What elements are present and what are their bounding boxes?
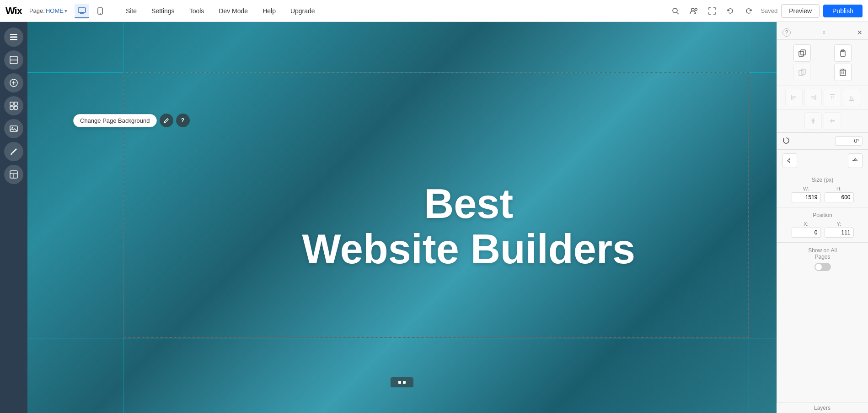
flip-h-button[interactable] [782,153,797,168]
media-button[interactable] [4,119,23,138]
add-element-button[interactable] [4,73,23,92]
blog-button[interactable] [4,142,23,161]
rotation-icon [782,137,790,146]
x-field: X: [792,221,821,238]
svg-rect-20 [10,106,13,109]
align-icons-row2 [777,109,868,133]
x-label: X: [804,221,808,227]
svg-rect-48 [813,98,815,99]
change-bg-button[interactable]: Change Page Background [73,114,157,127]
nav-items: Site Settings Tools Dev Mode Help Upgrad… [118,0,670,22]
mobile-device-icon[interactable] [93,4,107,18]
nav-help[interactable]: Help [255,0,283,22]
left-sidebar [0,22,27,413]
width-input[interactable] [792,192,821,202]
y-field: Y: [825,221,854,238]
align-left-button[interactable] [785,89,803,106]
svg-rect-10 [10,34,17,35]
position-section: Position X: Y: [777,207,868,243]
y-input[interactable] [825,228,854,238]
align-right-button[interactable] [804,89,822,106]
panel-header: ? ⠿ ✕ [777,26,868,40]
app-market-button[interactable] [4,165,23,184]
svg-rect-39 [840,70,846,76]
chevron-down-icon[interactable]: ▾ [64,8,67,14]
panel-drag-handle[interactable]: ⠿ [822,30,826,35]
nav-upgrade[interactable]: Upgrade [283,0,322,22]
layers-label: Layers [814,405,830,411]
people-icon[interactable] [687,5,700,17]
nav-settings[interactable]: Settings [144,0,182,22]
svg-rect-0 [78,8,86,12]
width-label: W: [803,186,809,191]
preview-button[interactable]: Preview [781,4,820,18]
publish-button[interactable]: Publish [823,5,863,17]
delete-button[interactable] [834,64,852,81]
align-center-v-button[interactable] [824,112,841,130]
saved-label: Saved [761,7,777,14]
svg-point-5 [100,13,101,14]
align-bottom-button[interactable] [843,89,860,106]
nav-tools[interactable]: Tools [182,0,212,22]
x-input[interactable] [792,228,821,238]
svg-rect-45 [792,98,794,99]
paste-button[interactable] [834,44,852,62]
svg-rect-31 [398,381,401,384]
svg-rect-12 [10,39,17,40]
canvas-headline[interactable]: Best Website Builders [302,181,635,272]
duplicate-button[interactable] [793,64,811,81]
desktop-device-icon[interactable] [75,4,89,18]
headline-line1: Best [302,181,635,227]
device-switcher [75,4,107,18]
search-icon[interactable] [669,5,682,17]
pages-button[interactable] [4,27,23,47]
page-name[interactable]: HOME [46,7,64,14]
main-area: Change Page Background ? Best Website Bu… [0,22,868,413]
height-input[interactable] [825,192,854,202]
flip-row [777,150,868,172]
svg-rect-60 [833,120,834,122]
add-section-button[interactable] [4,96,23,115]
show-on-pages-toggle[interactable] [814,263,831,271]
y-label: Y: [837,221,841,227]
nav-devmode[interactable]: Dev Mode [211,0,255,22]
rotation-row: 0° [777,133,868,150]
size-section: Size (px) W: H: [777,172,868,207]
svg-rect-21 [14,106,17,109]
svg-rect-53 [850,96,852,100]
edit-icon-button[interactable] [160,114,173,127]
redo-icon[interactable] [742,5,755,17]
svg-rect-51 [833,96,834,98]
resize-handle[interactable] [391,377,413,387]
panel-close-button[interactable]: ✕ [857,29,863,36]
panel-help-button[interactable]: ? [782,28,791,37]
change-bg-toolbar: Change Page Background ? [73,114,190,127]
flip-v-button[interactable] [848,153,863,168]
show-on-pages-section: Show on AllPages [777,243,868,276]
undo-icon[interactable] [724,5,737,17]
page-label: Page: [29,7,45,14]
help-icon-button[interactable]: ? [176,114,190,127]
copy-button[interactable] [793,44,811,62]
svg-rect-57 [812,121,814,123]
fullscreen-icon[interactable] [706,5,718,17]
svg-rect-19 [14,102,17,105]
align-center-h-button[interactable] [804,112,822,130]
topbar-right-icons [669,5,755,17]
svg-rect-47 [811,96,815,98]
rotation-value[interactable]: 0° [835,136,863,146]
svg-point-9 [695,8,697,11]
width-field: W: [792,186,821,202]
svg-point-8 [691,8,694,11]
wix-logo: Wix [5,5,22,17]
canvas-area[interactable]: Change Page Background ? Best Website Bu… [27,22,777,413]
layers-tab[interactable]: Layers [777,402,868,413]
topbar: Wix Page: HOME ▾ Site Settings Tools Dev… [0,0,868,22]
size-title: Size (px) [782,177,863,183]
svg-rect-44 [792,96,796,98]
sections-button[interactable] [4,50,23,70]
svg-line-7 [677,12,679,14]
align-top-button[interactable] [824,89,841,106]
show-on-pages-label: Show on AllPages [808,247,837,260]
nav-site[interactable]: Site [118,0,144,22]
